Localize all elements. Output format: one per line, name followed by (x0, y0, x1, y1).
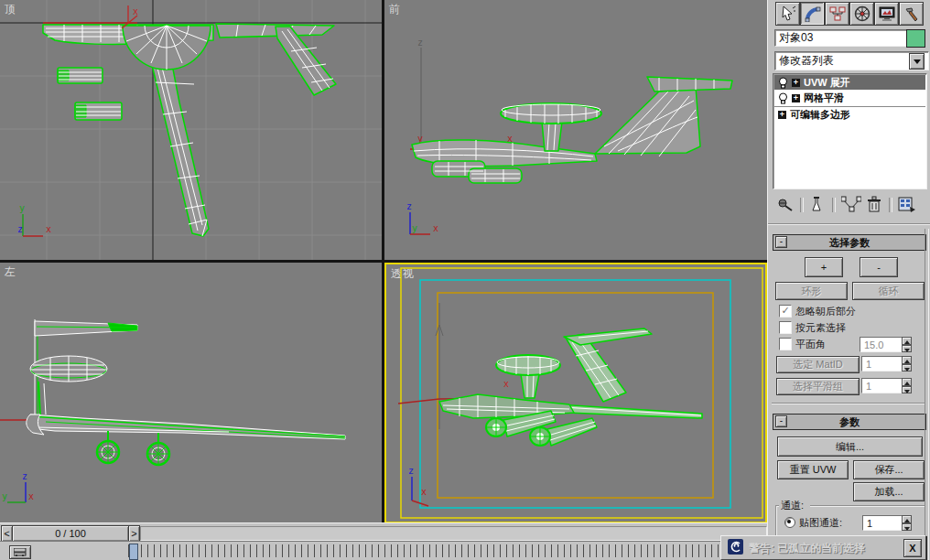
command-panel: 对象03 修改器列表 + UVW 展开 + 网格平滑 + 可编辑多边形 (767, 0, 930, 560)
grow-selection-button[interactable]: + (805, 257, 843, 277)
viewport-perspective-label[interactable]: 透视 (391, 266, 415, 282)
expand-icon[interactable]: + (792, 79, 800, 87)
select-by-element-checkbox[interactable] (779, 321, 792, 334)
radio-dot (787, 520, 791, 523)
map-channel-radio[interactable] (784, 517, 795, 528)
warning-text: 警告: 已孤立的当前选择 (749, 541, 865, 556)
track-bar (0, 541, 767, 560)
viewport-left-label[interactable]: 左 (5, 264, 16, 280)
make-unique-icon[interactable] (841, 196, 861, 214)
create-arrow-icon (780, 5, 796, 22)
curve-editor-icon (14, 548, 27, 556)
mini-curve-editor-button[interactable] (9, 545, 31, 559)
axis-x-label: x (421, 487, 427, 497)
rollout-title: 选择参数 (829, 236, 870, 250)
ignore-backfacing-checkbox[interactable]: ✓ (779, 305, 792, 318)
axis-y-label: y (19, 203, 25, 213)
modifier-list-arrow-button[interactable] (909, 53, 925, 70)
show-end-result-icon[interactable] (808, 196, 827, 214)
expand-icon[interactable]: + (792, 94, 800, 102)
matid-field[interactable]: 1 (861, 356, 904, 372)
edit-uvw-button[interactable]: 编辑... (777, 436, 923, 457)
tab-hierarchy[interactable] (825, 2, 849, 26)
load-uvw-button[interactable]: 加载... (853, 482, 925, 501)
stack-item-editable-poly[interactable]: + 可编辑多边形 (774, 106, 925, 122)
loop-button[interactable]: 循环 (852, 282, 925, 300)
select-smoothing-group-button[interactable]: 选择平滑组 (776, 378, 860, 395)
time-next-button[interactable]: > (128, 525, 140, 542)
planar-angle-field[interactable]: 15.0 (860, 337, 904, 352)
axis-z-label: z (408, 466, 414, 476)
ring-button[interactable]: 环形 (775, 282, 848, 300)
close-icon[interactable]: X (903, 539, 922, 557)
shrink-selection-button[interactable]: - (860, 257, 898, 277)
smoothing-group-field[interactable]: 1 (861, 378, 904, 393)
viewport-left[interactable]: z y x 左 (0, 263, 382, 522)
rollout-divider (772, 403, 925, 404)
3dsmax-window: x y z x 顶 z y x (0, 0, 930, 560)
stack-item-label: UVW 展开 (804, 76, 850, 90)
remove-modifier-trash-icon[interactable] (867, 196, 881, 214)
track-bar-ruler[interactable] (128, 544, 763, 557)
configure-modifier-sets-icon[interactable] (898, 196, 916, 214)
tab-create[interactable] (775, 2, 800, 26)
smoothing-group-spinner[interactable] (902, 378, 912, 393)
axis-x-label: x (46, 224, 51, 234)
matid-spinner[interactable] (902, 356, 912, 372)
axis-z-label: z (406, 201, 412, 211)
max-logo-icon (728, 539, 743, 555)
modifier-stack: + UVW 展开 + 网格平滑 + 可编辑多边形 (773, 73, 927, 189)
axis-x-label: x (28, 491, 34, 501)
bulb-on-icon[interactable] (778, 92, 788, 104)
stack-item-uvw-unwrap[interactable]: + UVW 展开 (774, 75, 925, 90)
tab-display[interactable] (874, 2, 899, 26)
viewport-front-label[interactable]: 前 (389, 2, 401, 17)
panel-scroll-strip[interactable] (925, 229, 929, 560)
gizmo-x-label: x (503, 379, 509, 389)
tab-utilities[interactable] (899, 2, 924, 26)
left-view-wireframe: z y x (0, 263, 382, 522)
tab-modify[interactable] (800, 2, 825, 26)
collapse-icon[interactable]: - (775, 415, 787, 427)
perspective-view-wireframe: x (386, 264, 765, 522)
stack-item-label: 可编辑多边形 (790, 108, 850, 122)
hierarchy-icon (829, 5, 846, 22)
time-slider-handle[interactable]: 0 / 100 (12, 525, 129, 542)
bulb-on-icon[interactable] (778, 77, 788, 89)
parameters-rollout-header[interactable]: 参数 (773, 414, 926, 430)
time-slider-track[interactable] (140, 526, 767, 541)
stack-toolbar (777, 196, 924, 214)
map-channel-field[interactable]: 1 (862, 515, 904, 531)
axis-z-label: z (22, 471, 27, 481)
modify-icon (805, 5, 821, 22)
ignore-backfacing-label: 忽略朝后部分 (795, 305, 856, 318)
toolbar-separator (832, 198, 836, 212)
current-frame-marker[interactable] (129, 544, 138, 560)
object-color-swatch[interactable] (906, 29, 925, 48)
select-matid-button[interactable]: 选定 MatID (776, 356, 860, 373)
pin-stack-icon[interactable] (777, 196, 795, 214)
planar-angle-checkbox[interactable] (779, 338, 792, 350)
axis-x-label: x (433, 223, 438, 233)
toolbar-separator (889, 198, 892, 212)
viewport-top[interactable]: x y z x 顶 (0, 0, 382, 260)
viewport-perspective[interactable]: x (384, 263, 767, 523)
viewport-top-label[interactable]: 顶 (5, 2, 16, 17)
object-name-field[interactable]: 对象03 (774, 29, 909, 47)
map-channel-label: 贴图通道: (799, 516, 842, 530)
save-uvw-button[interactable]: 保存... (853, 460, 925, 479)
stack-item-label: 网格平滑 (804, 92, 844, 105)
safe-frame-action (420, 280, 730, 508)
collapse-icon[interactable]: - (775, 236, 787, 248)
isolation-warning-bar: 警告: 已孤立的当前选择 X (720, 535, 926, 560)
selection-rollout-header[interactable]: 选择参数 (773, 234, 926, 251)
viewport-front[interactable]: z y x (384, 0, 767, 260)
map-channel-spinner[interactable] (902, 515, 912, 531)
stack-item-meshsmooth[interactable]: + 网格平滑 (774, 91, 925, 105)
modifier-list-dropdown[interactable]: 修改器列表 (774, 51, 929, 70)
planar-angle-spinner[interactable] (902, 337, 912, 352)
expand-icon[interactable]: + (778, 111, 786, 119)
channel-group-label: 通道: (781, 499, 804, 512)
reset-uvw-button[interactable]: 重置 UVW (777, 460, 849, 479)
tab-motion[interactable] (849, 2, 874, 26)
